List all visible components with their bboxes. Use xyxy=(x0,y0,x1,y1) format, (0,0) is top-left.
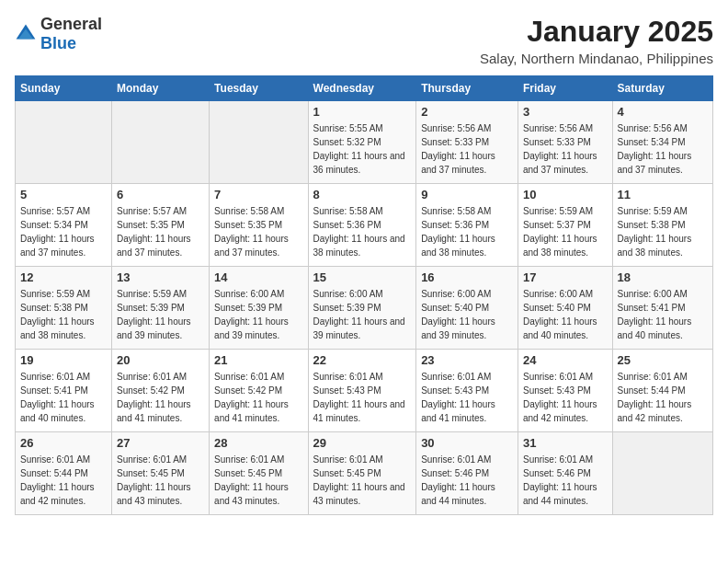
calendar-cell: 23Sunrise: 6:01 AMSunset: 5:43 PMDayligh… xyxy=(416,350,518,432)
calendar-cell: 24Sunrise: 6:01 AMSunset: 5:43 PMDayligh… xyxy=(518,350,612,432)
calendar-cell: 15Sunrise: 6:00 AMSunset: 5:39 PMDayligh… xyxy=(308,267,416,350)
calendar-cell: 19Sunrise: 6:01 AMSunset: 5:41 PMDayligh… xyxy=(16,350,112,432)
header-monday: Monday xyxy=(112,76,210,101)
calendar-week-row: 19Sunrise: 6:01 AMSunset: 5:41 PMDayligh… xyxy=(16,350,713,432)
day-number: 22 xyxy=(313,353,412,367)
calendar-cell: 28Sunrise: 6:01 AMSunset: 5:45 PMDayligh… xyxy=(210,432,308,515)
calendar-cell: 9Sunrise: 5:58 AMSunset: 5:36 PMDaylight… xyxy=(416,184,518,267)
day-number: 14 xyxy=(214,270,302,284)
calendar-cell: 5Sunrise: 5:57 AMSunset: 5:34 PMDaylight… xyxy=(16,184,112,267)
day-info: Sunrise: 6:01 AMSunset: 5:43 PMDaylight:… xyxy=(523,370,608,425)
day-number: 17 xyxy=(523,270,608,284)
day-number: 1 xyxy=(313,105,412,119)
logo-icon xyxy=(15,23,37,45)
calendar-table: SundayMondayTuesdayWednesdayThursdayFrid… xyxy=(15,75,713,515)
day-info: Sunrise: 6:01 AMSunset: 5:43 PMDaylight:… xyxy=(421,370,513,425)
calendar-cell: 1Sunrise: 5:55 AMSunset: 5:32 PMDaylight… xyxy=(308,101,416,184)
header-saturday: Saturday xyxy=(612,76,712,101)
day-info: Sunrise: 6:00 AMSunset: 5:40 PMDaylight:… xyxy=(523,287,608,342)
calendar-cell: 27Sunrise: 6:01 AMSunset: 5:45 PMDayligh… xyxy=(112,432,210,515)
calendar-cell: 11Sunrise: 5:59 AMSunset: 5:38 PMDayligh… xyxy=(612,184,712,267)
calendar-cell: 10Sunrise: 5:59 AMSunset: 5:37 PMDayligh… xyxy=(518,184,612,267)
calendar-cell: 16Sunrise: 6:00 AMSunset: 5:40 PMDayligh… xyxy=(416,267,518,350)
day-info: Sunrise: 6:01 AMSunset: 5:45 PMDaylight:… xyxy=(313,453,412,508)
day-info: Sunrise: 5:58 AMSunset: 5:36 PMDaylight:… xyxy=(421,204,513,259)
day-number: 18 xyxy=(618,270,708,284)
day-info: Sunrise: 6:01 AMSunset: 5:44 PMDaylight:… xyxy=(618,370,708,425)
day-info: Sunrise: 6:01 AMSunset: 5:42 PMDaylight:… xyxy=(117,370,204,425)
calendar-cell: 26Sunrise: 6:01 AMSunset: 5:44 PMDayligh… xyxy=(16,432,112,515)
calendar-cell: 14Sunrise: 6:00 AMSunset: 5:39 PMDayligh… xyxy=(210,267,308,350)
calendar-week-row: 12Sunrise: 5:59 AMSunset: 5:38 PMDayligh… xyxy=(16,267,713,350)
day-number: 31 xyxy=(523,436,608,450)
day-info: Sunrise: 5:58 AMSunset: 5:35 PMDaylight:… xyxy=(214,204,302,259)
calendar-cell xyxy=(210,101,308,184)
calendar-header-row: SundayMondayTuesdayWednesdayThursdayFrid… xyxy=(16,76,713,101)
day-info: Sunrise: 5:56 AMSunset: 5:33 PMDaylight:… xyxy=(523,121,608,177)
calendar-week-row: 26Sunrise: 6:01 AMSunset: 5:44 PMDayligh… xyxy=(16,432,713,515)
calendar-cell xyxy=(612,432,712,515)
day-number: 21 xyxy=(214,353,302,367)
calendar-cell: 21Sunrise: 6:01 AMSunset: 5:42 PMDayligh… xyxy=(210,350,308,432)
day-info: Sunrise: 5:55 AMSunset: 5:32 PMDaylight:… xyxy=(313,121,412,177)
day-number: 6 xyxy=(117,188,204,201)
logo: General Blue xyxy=(15,15,102,53)
calendar-cell xyxy=(112,101,210,184)
day-number: 26 xyxy=(20,436,107,450)
calendar-cell: 20Sunrise: 6:01 AMSunset: 5:42 PMDayligh… xyxy=(112,350,210,432)
calendar-cell: 25Sunrise: 6:01 AMSunset: 5:44 PMDayligh… xyxy=(612,350,712,432)
day-info: Sunrise: 5:59 AMSunset: 5:37 PMDaylight:… xyxy=(523,204,608,259)
day-info: Sunrise: 6:00 AMSunset: 5:41 PMDaylight:… xyxy=(618,287,708,342)
header-wednesday: Wednesday xyxy=(308,76,416,101)
day-info: Sunrise: 5:59 AMSunset: 5:39 PMDaylight:… xyxy=(117,287,204,342)
day-number: 9 xyxy=(421,188,513,201)
day-number: 23 xyxy=(421,353,513,367)
header-friday: Friday xyxy=(518,76,612,101)
day-info: Sunrise: 6:01 AMSunset: 5:46 PMDaylight:… xyxy=(421,453,513,508)
day-number: 11 xyxy=(618,188,708,201)
day-number: 4 xyxy=(618,105,708,119)
calendar-cell: 29Sunrise: 6:01 AMSunset: 5:45 PMDayligh… xyxy=(308,432,416,515)
day-info: Sunrise: 5:59 AMSunset: 5:38 PMDaylight:… xyxy=(618,204,708,259)
day-number: 8 xyxy=(313,188,412,201)
day-number: 2 xyxy=(421,105,513,119)
day-info: Sunrise: 6:01 AMSunset: 5:45 PMDaylight:… xyxy=(117,453,204,508)
day-number: 3 xyxy=(523,105,608,119)
calendar-cell: 30Sunrise: 6:01 AMSunset: 5:46 PMDayligh… xyxy=(416,432,518,515)
calendar-cell: 22Sunrise: 6:01 AMSunset: 5:43 PMDayligh… xyxy=(308,350,416,432)
day-info: Sunrise: 6:01 AMSunset: 5:42 PMDaylight:… xyxy=(214,370,302,425)
day-number: 16 xyxy=(421,270,513,284)
day-info: Sunrise: 6:01 AMSunset: 5:46 PMDaylight:… xyxy=(523,453,608,508)
day-info: Sunrise: 6:01 AMSunset: 5:41 PMDaylight:… xyxy=(20,370,107,425)
month-title: January 2025 xyxy=(480,15,713,49)
day-info: Sunrise: 5:58 AMSunset: 5:36 PMDaylight:… xyxy=(313,204,412,259)
calendar-cell: 17Sunrise: 6:00 AMSunset: 5:40 PMDayligh… xyxy=(518,267,612,350)
day-number: 24 xyxy=(523,353,608,367)
day-info: Sunrise: 5:57 AMSunset: 5:34 PMDaylight:… xyxy=(20,204,107,259)
day-info: Sunrise: 6:00 AMSunset: 5:39 PMDaylight:… xyxy=(313,287,412,342)
day-info: Sunrise: 5:57 AMSunset: 5:35 PMDaylight:… xyxy=(117,204,204,259)
day-number: 15 xyxy=(313,270,412,284)
day-info: Sunrise: 5:59 AMSunset: 5:38 PMDaylight:… xyxy=(20,287,107,342)
day-number: 13 xyxy=(117,270,204,284)
calendar-cell: 13Sunrise: 5:59 AMSunset: 5:39 PMDayligh… xyxy=(112,267,210,350)
day-number: 12 xyxy=(20,270,107,284)
day-info: Sunrise: 6:00 AMSunset: 5:39 PMDaylight:… xyxy=(214,287,302,342)
calendar-cell: 7Sunrise: 5:58 AMSunset: 5:35 PMDaylight… xyxy=(210,184,308,267)
day-info: Sunrise: 6:01 AMSunset: 5:45 PMDaylight:… xyxy=(214,453,302,508)
calendar-cell xyxy=(16,101,112,184)
header-tuesday: Tuesday xyxy=(210,76,308,101)
page-header: General Blue January 2025 Salay, Norther… xyxy=(15,15,713,66)
calendar-cell: 4Sunrise: 5:56 AMSunset: 5:34 PMDaylight… xyxy=(612,101,712,184)
calendar-week-row: 5Sunrise: 5:57 AMSunset: 5:34 PMDaylight… xyxy=(16,184,713,267)
logo-text: General Blue xyxy=(40,15,102,53)
day-number: 5 xyxy=(20,188,107,201)
day-number: 30 xyxy=(421,436,513,450)
logo-blue: Blue xyxy=(40,34,76,52)
title-block: January 2025 Salay, Northern Mindanao, P… xyxy=(480,15,713,66)
day-number: 29 xyxy=(313,436,412,450)
calendar-cell: 8Sunrise: 5:58 AMSunset: 5:36 PMDaylight… xyxy=(308,184,416,267)
calendar-cell: 2Sunrise: 5:56 AMSunset: 5:33 PMDaylight… xyxy=(416,101,518,184)
calendar-cell: 18Sunrise: 6:00 AMSunset: 5:41 PMDayligh… xyxy=(612,267,712,350)
day-number: 28 xyxy=(214,436,302,450)
